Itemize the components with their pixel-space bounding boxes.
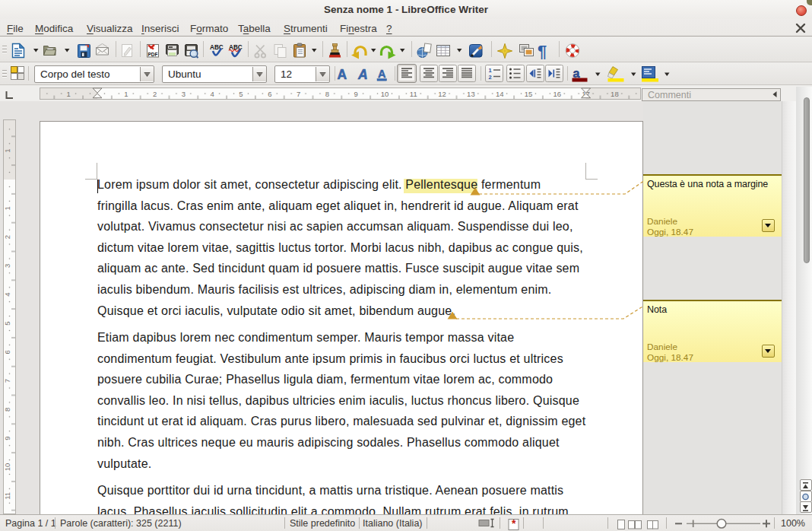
svg-text:18: 18	[611, 90, 619, 98]
svg-text:16: 16	[553, 90, 562, 98]
svg-text:7: 7	[297, 90, 300, 98]
svg-text:2: 2	[153, 90, 157, 98]
svg-text:11: 11	[410, 90, 417, 98]
svg-text:3: 3	[182, 90, 186, 98]
svg-text:A: A	[378, 68, 386, 80]
svg-text:15: 15	[525, 90, 533, 98]
svg-text:a: a	[573, 67, 580, 80]
svg-text:8: 8	[325, 90, 329, 98]
svg-text:6: 6	[268, 90, 271, 98]
svg-text:1: 1	[124, 90, 128, 98]
svg-text:14: 14	[496, 90, 504, 98]
svg-text:9: 9	[354, 90, 358, 98]
svg-text:PDF: PDF	[148, 52, 158, 57]
svg-text:10: 10	[381, 90, 389, 98]
svg-text:2: 2	[489, 74, 492, 81]
svg-text:4: 4	[211, 90, 214, 98]
svg-text:13: 13	[467, 90, 475, 98]
svg-text:*: *	[512, 517, 516, 529]
svg-text:5: 5	[239, 90, 243, 98]
svg-text:A: A	[338, 67, 347, 82]
svg-text:A: A	[357, 67, 368, 82]
svg-text:12: 12	[438, 90, 446, 98]
svg-text:¶: ¶	[538, 42, 547, 61]
svg-text:1: 1	[67, 90, 71, 98]
